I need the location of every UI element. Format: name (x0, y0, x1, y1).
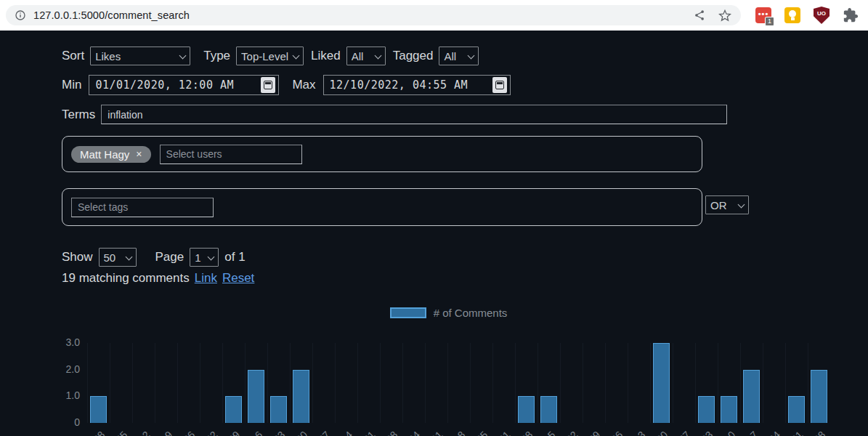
pagination-row: Show 50 Page 1 of 1 (62, 248, 868, 267)
user-chip[interactable]: Matt Hagy × (71, 146, 151, 163)
bar-dec-01 (788, 396, 805, 423)
page-of-label: of 1 (224, 250, 245, 265)
grid-column (402, 343, 425, 423)
bar-oct-20 (653, 343, 670, 423)
shield-label: UO (817, 10, 826, 24)
grid-column (335, 343, 357, 423)
terms-row: Terms (62, 105, 868, 124)
grid-column (312, 343, 335, 423)
grid-column (492, 343, 515, 423)
legend-swatch (390, 307, 426, 318)
grid-column (110, 343, 132, 423)
grid-column (605, 343, 628, 423)
chevron-down-icon: All (439, 47, 479, 65)
plot-wrap: 01.02.03.0 Apr 28May 05May 12May 19May 2… (0, 323, 868, 436)
min-date-label: Min (62, 78, 81, 92)
bar-jun-16 (248, 370, 264, 423)
grid-column (177, 343, 200, 423)
grid-column (763, 343, 785, 423)
tags-filter-box (62, 188, 702, 226)
bar-sep-15 (540, 396, 557, 423)
chevron-down-icon: 1 (190, 248, 219, 267)
bookmark-star-icon[interactable] (718, 8, 732, 23)
bar-jun-23 (270, 396, 287, 423)
chevron-down-icon: 50 (99, 248, 137, 267)
terms-label: Terms (62, 108, 95, 122)
bar-jun-30 (293, 370, 309, 423)
calendar-icon[interactable] (492, 77, 507, 93)
grid-column (132, 343, 155, 423)
ublock-shield-icon[interactable]: UO (814, 7, 830, 24)
grid-column (628, 343, 650, 423)
show-count-select[interactable]: 50 (99, 248, 137, 267)
results-row: 19 matching comments Link Reset (62, 271, 868, 286)
comments-chart: # of Comments 01.02.03.0 Apr 28May 05May… (0, 305, 868, 436)
url-text[interactable]: 127.0.0.1:5000/comment_search (33, 9, 686, 21)
tagged-select[interactable]: All (439, 47, 479, 65)
calendar-icon[interactable] (261, 77, 275, 93)
grid-column (357, 343, 380, 423)
extensions-puzzle-icon[interactable] (843, 7, 859, 23)
page-select[interactable]: 1 (190, 248, 219, 267)
y-tick-label: 1.0 (55, 389, 80, 401)
grid-column (560, 343, 583, 423)
tags-row: OR (62, 188, 868, 248)
address-bar[interactable]: 127.0.0.1:5000/comment_search (6, 5, 741, 25)
y-tick-label: 3.0 (55, 336, 80, 348)
page-label: Page (155, 250, 184, 265)
keep-extension-icon[interactable] (784, 7, 800, 23)
bar-nov-10 (721, 396, 737, 423)
grid-column (470, 343, 492, 423)
chevron-down-icon: Likes (90, 47, 190, 65)
show-label: Show (62, 250, 93, 265)
chart-legend: # of Comments (29, 305, 868, 320)
browser-toolbar: 127.0.0.1:5000/comment_search ••• 1 UO (0, 0, 868, 31)
legend-label: # of Comments (434, 307, 508, 319)
filter-row: Sort Likes Type Top-Level Liked All Tagg… (62, 47, 868, 65)
grid-column (447, 343, 470, 423)
chevron-down-icon: Top-Level (236, 47, 304, 65)
date-range-row: Min 01/01/2020, 12:00 AM Max 12/10/2022,… (62, 75, 868, 95)
bar-apr-28 (90, 396, 107, 423)
tags-operator-select[interactable]: OR (705, 195, 749, 214)
users-filter-box: Matt Hagy × (62, 136, 702, 172)
y-tick-label: 2.0 (55, 363, 80, 375)
comment-search-page: Sort Likes Type Top-Level Liked All Tagg… (0, 31, 868, 436)
reset-link[interactable]: Reset (222, 271, 254, 286)
results-count: 19 matching comments (62, 271, 190, 286)
type-select[interactable]: Top-Level (236, 47, 304, 65)
max-date-label: Max (292, 78, 315, 92)
bar-dec-08 (811, 370, 827, 423)
sort-select[interactable]: Likes (90, 47, 190, 65)
grid-column (673, 343, 695, 423)
sort-label: Sort (62, 49, 84, 63)
min-datetime-input[interactable]: 01/01/2020, 12:00 AM (89, 75, 279, 95)
liked-label: Liked (311, 49, 341, 63)
select-tags-input[interactable] (71, 198, 214, 217)
link-link[interactable]: Link (195, 271, 217, 286)
tagged-label: Tagged (393, 49, 434, 63)
grid-column (155, 343, 177, 423)
chevron-down-icon: All (346, 47, 386, 65)
grid-column (380, 343, 402, 423)
type-label: Type (203, 49, 230, 63)
grid-column (200, 343, 222, 423)
bar-sep-08 (518, 396, 535, 423)
terms-input[interactable] (101, 105, 727, 124)
bar-jun-09 (225, 396, 242, 423)
bar-nov-03 (698, 396, 715, 423)
red-extension-icon[interactable]: ••• 1 (755, 7, 771, 23)
bar-nov-17 (743, 370, 760, 423)
max-datetime-input[interactable]: 12/10/2022, 04:55 AM (323, 75, 511, 95)
chip-remove-icon[interactable]: × (136, 148, 142, 160)
y-tick-label: 0 (55, 416, 80, 428)
share-icon[interactable] (693, 9, 706, 22)
info-icon[interactable] (15, 9, 26, 21)
liked-select[interactable]: All (346, 47, 386, 65)
chart-plot (87, 343, 830, 423)
select-users-input[interactable] (160, 145, 302, 164)
grid-column (425, 343, 447, 423)
x-tick-label: Apr 28 (68, 429, 108, 436)
grid-column (583, 343, 605, 423)
extension-badge: 1 (765, 17, 774, 26)
